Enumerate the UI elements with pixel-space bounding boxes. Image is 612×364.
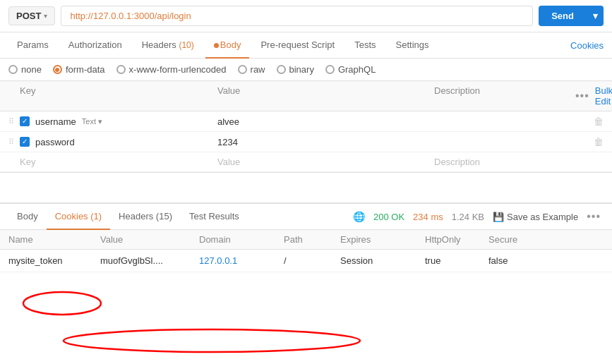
tab-body[interactable]: Body xyxy=(205,32,250,59)
cookie-col-domain: Domain xyxy=(199,234,284,245)
cookie-path: / xyxy=(284,255,340,266)
response-section: Body Cookies (1) Headers (15) Test Resul… xyxy=(0,202,612,272)
save-icon: 💾 xyxy=(493,212,504,222)
tab-params[interactable]: Params xyxy=(8,32,57,59)
cookie-col-secure: Secure xyxy=(488,234,545,245)
cookie-col-path: Path xyxy=(284,234,340,245)
svg-point-0 xyxy=(23,292,101,315)
row2-key: password xyxy=(35,137,75,147)
cookie-row: mysite_token muofGvglbSl.... 127.0.0.1 /… xyxy=(0,250,612,272)
cookie-expires: Session xyxy=(340,255,425,266)
body-type-row: none form-data x-www-form-urlencoded raw… xyxy=(0,59,612,81)
col-key: Key xyxy=(20,85,217,107)
resp-headers-badge: (15) xyxy=(156,211,172,222)
radio-binary-circle xyxy=(277,65,286,74)
cookie-value: muofGvglbSl.... xyxy=(100,255,199,266)
row2-checkbox[interactable] xyxy=(20,137,30,147)
table-row: ⠿ password 1234 🗑 xyxy=(0,132,612,152)
headers-badge: (10) xyxy=(179,40,193,50)
tab-settings[interactable]: Settings xyxy=(388,32,438,59)
radio-binary[interactable]: binary xyxy=(277,64,314,75)
status-time: 234 ms xyxy=(413,212,443,222)
table-header: Key Value Description ••• Bulk Edit xyxy=(0,81,612,111)
globe-icon: 🌐 xyxy=(353,211,365,222)
radio-graphql-circle xyxy=(325,65,335,74)
table-row-empty: Key Value Description xyxy=(0,152,612,172)
row1-checkbox[interactable] xyxy=(20,116,30,126)
radio-none[interactable]: none xyxy=(8,64,42,75)
cookie-httponly: true xyxy=(425,255,488,266)
save-label: Save as Example xyxy=(507,212,578,222)
url-bar: POST ▾ Send ▾ xyxy=(0,0,612,32)
cookie-col-httponly: HttpOnly xyxy=(425,234,488,245)
row1-delete-icon[interactable]: 🗑 xyxy=(594,116,604,127)
response-dots-menu[interactable]: ••• xyxy=(587,210,601,223)
row1-value: alvee xyxy=(217,116,434,127)
empty-key[interactable]: Key xyxy=(20,157,217,167)
send-label: Send xyxy=(539,6,587,26)
cookie-name: mysite_token xyxy=(8,255,100,266)
radio-none-circle xyxy=(8,65,18,74)
row2-value: 1234 xyxy=(217,137,434,147)
cookie-domain: 127.0.0.1 xyxy=(199,255,284,266)
cookie-col-expires: Expires xyxy=(340,234,425,245)
save-example-button[interactable]: 💾 Save as Example xyxy=(493,212,578,222)
col-value: Value xyxy=(217,85,434,107)
row1-type[interactable]: Text ▾ xyxy=(82,117,102,126)
cookie-table-header: Name Value Domain Path Expires HttpOnly … xyxy=(0,230,612,250)
cookie-col-name: Name xyxy=(8,234,100,245)
radio-raw[interactable]: raw xyxy=(238,64,265,75)
radio-form-data[interactable]: form-data xyxy=(53,64,105,75)
drag-handle-icon[interactable]: ⠿ xyxy=(8,117,20,126)
bulk-edit-link[interactable]: Bulk Edit xyxy=(595,85,612,107)
row2-delete-icon[interactable]: 🗑 xyxy=(594,136,604,147)
radio-urlencoded[interactable]: x-www-form-urlencoded xyxy=(116,64,227,75)
response-tab-test-results[interactable]: Test Results xyxy=(181,204,248,230)
cookies-badge: (1) xyxy=(90,211,102,222)
radio-graphql[interactable]: GraphQL xyxy=(325,64,376,75)
response-tab-cookies[interactable]: Cookies (1) xyxy=(47,204,110,230)
radio-raw-circle xyxy=(238,65,247,74)
tab-prerequest[interactable]: Pre-request Script xyxy=(252,32,343,59)
tab-tests[interactable]: Tests xyxy=(346,32,384,59)
send-button[interactable]: Send ▾ xyxy=(539,6,604,26)
status-size: 1.24 KB xyxy=(452,212,484,222)
status-ok: 200 OK xyxy=(373,212,404,222)
tab-headers[interactable]: Headers (10) xyxy=(133,32,203,59)
method-label: POST xyxy=(16,11,41,21)
method-select[interactable]: POST ▾ xyxy=(8,6,55,25)
table-body: ⠿ username Text ▾ alvee 🗑 ⠿ password 123… xyxy=(0,111,612,173)
send-arrow-icon[interactable]: ▾ xyxy=(587,6,604,26)
empty-value[interactable]: Value xyxy=(217,157,434,167)
body-dot-icon xyxy=(214,43,219,48)
response-tab-headers[interactable]: Headers (15) xyxy=(110,204,181,230)
svg-point-1 xyxy=(64,329,360,352)
url-input[interactable] xyxy=(61,6,533,26)
request-nav-tabs: Params Authorization Headers (10) Body P… xyxy=(0,32,612,59)
status-bar: 🌐 200 OK 234 ms 1.24 KB 💾 Save as Exampl… xyxy=(350,210,604,223)
cookie-col-value: Value xyxy=(100,234,199,245)
col-description: Description xyxy=(434,85,575,107)
radio-urlencoded-circle xyxy=(116,65,126,74)
cookies-link[interactable]: Cookies xyxy=(570,40,604,51)
response-nav-tabs: Body Cookies (1) Headers (15) Test Resul… xyxy=(0,204,612,230)
tab-authorization[interactable]: Authorization xyxy=(60,32,131,59)
empty-description[interactable]: Description xyxy=(434,157,575,167)
table-row: ⠿ username Text ▾ alvee 🗑 xyxy=(0,111,612,132)
cookie-secure: false xyxy=(488,255,545,266)
table-dots-menu[interactable]: ••• xyxy=(575,90,589,102)
radio-form-data-circle xyxy=(53,65,62,74)
method-chevron-icon: ▾ xyxy=(44,12,47,20)
spacer xyxy=(0,173,612,202)
drag-handle-icon[interactable]: ⠿ xyxy=(8,138,20,147)
row1-key: username xyxy=(35,116,76,127)
response-tab-body[interactable]: Body xyxy=(8,204,47,230)
